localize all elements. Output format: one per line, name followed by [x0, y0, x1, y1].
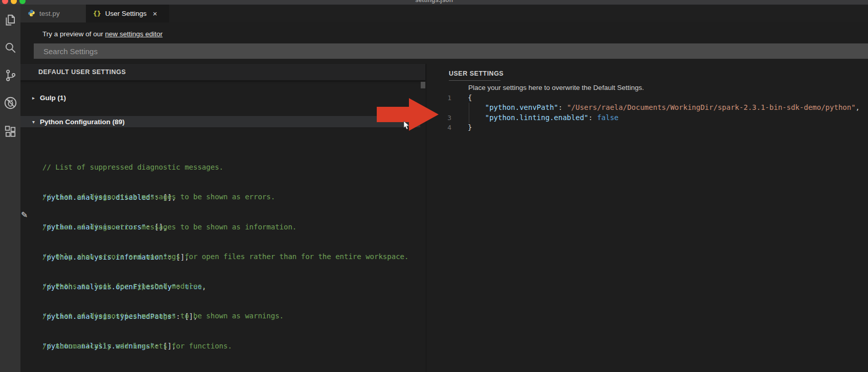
- edit-setting-pencil-icon[interactable]: ✎: [21, 210, 28, 220]
- python-icon: [28, 9, 35, 18]
- user-settings-pane: USER SETTINGS Place your settings here t…: [426, 64, 868, 372]
- venv-path-value: "/Users/raela/Documents/WorkingDir/spark…: [567, 103, 856, 111]
- mouse-cursor-icon: [403, 121, 410, 130]
- default-settings-header: DEFAULT USER SETTINGS: [20, 64, 425, 81]
- group-python-configuration[interactable]: ▾ Python Configuration (89): [20, 116, 420, 127]
- code-line-linting-enabled[interactable]: 3 "python.linting.enabled": false: [426, 113, 868, 123]
- title-bar: settings.json: [0, 0, 868, 5]
- setting-comment: // List of diagnostics messages to be sh…: [42, 222, 296, 232]
- preview-banner: Try a preview of our new settings editor: [42, 30, 163, 38]
- user-settings-editor[interactable]: 1 { "python.venvPath": "/Users/raela/Doc…: [426, 93, 868, 132]
- code-line[interactable]: 1 {: [426, 93, 868, 103]
- linting-enabled-key: "python.linting.enabled": [485, 113, 588, 122]
- tab-user-settings[interactable]: {} User Settings ×: [86, 5, 169, 22]
- traffic-close-button[interactable]: [2, 0, 8, 4]
- user-settings-title: USER SETTINGS: [449, 70, 504, 77]
- setting-comment: // Paths to look for typeshed modules.: [42, 282, 206, 292]
- source-control-icon[interactable]: [0, 64, 20, 86]
- default-settings-pane: DEFAULT USER SETTINGS ▸ Gulp (1) ▾ Pytho…: [20, 64, 425, 372]
- search-settings-input[interactable]: [34, 43, 868, 59]
- code-line-venv-path[interactable]: "python.venvPath": "/Users/raela/Documen…: [426, 103, 868, 112]
- activity-bar: [0, 5, 20, 372]
- group-gulp[interactable]: ▸ Gulp (1): [32, 92, 66, 103]
- setting-comment: // List of diagnostics messages to be sh…: [42, 192, 275, 202]
- linting-enabled-value: false: [597, 113, 619, 122]
- tab-test-py[interactable]: test.py: [20, 5, 86, 22]
- default-settings-title: DEFAULT USER SETTINGS: [38, 68, 126, 76]
- tab-bar: test.py {} User Settings ×: [20, 5, 868, 22]
- chevron-right-icon[interactable]: ▸: [32, 95, 40, 101]
- search-icon[interactable]: [0, 36, 20, 59]
- debug-icon[interactable]: [0, 91, 20, 114]
- window-title: settings.json: [415, 0, 453, 4]
- traffic-minimize-button[interactable]: [11, 0, 17, 4]
- scrollbar-handle[interactable]: [421, 82, 425, 88]
- close-icon[interactable]: ×: [153, 10, 157, 17]
- chevron-down-icon[interactable]: ▾: [32, 119, 40, 125]
- setting-comment: // Automatically add brackets for functi…: [42, 341, 232, 352]
- traffic-zoom-button[interactable]: [19, 0, 26, 4]
- tab-label: test.py: [39, 10, 60, 17]
- tab-label: User Settings: [105, 10, 147, 17]
- user-settings-hint: Place your settings here to overwrite th…: [468, 84, 644, 91]
- new-settings-editor-link[interactable]: new settings editor: [105, 30, 163, 38]
- title-underline: [449, 80, 500, 81]
- explorer-icon[interactable]: [0, 9, 20, 31]
- setting-comment: // List of diagnostics messages to be sh…: [42, 311, 284, 321]
- setting-comment: // Only show errors and warnings for ope…: [42, 252, 408, 262]
- code-line[interactable]: 4 }: [426, 123, 868, 132]
- annotation-arrow-icon: [373, 93, 475, 136]
- setting-comment: // List of suppressed diagnostic message…: [42, 162, 223, 173]
- json-braces-icon: {}: [93, 10, 101, 17]
- extensions-icon[interactable]: [0, 120, 20, 143]
- setting-entry[interactable]: // Automatically add brackets for functi…: [42, 321, 232, 372]
- venv-path-key: "python.venvPath": [485, 103, 558, 111]
